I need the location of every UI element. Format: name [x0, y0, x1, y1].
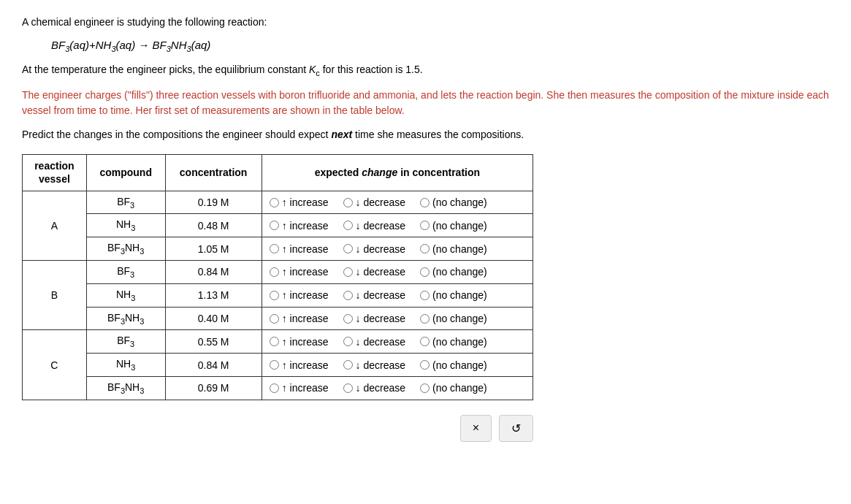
reaction-equation: BF3(aq)+NH3(aq) → BF3NH3(aq) [51, 39, 829, 53]
equation-right: BF3NH3(aq) [153, 39, 211, 51]
radio-increase-bf3nh3-b[interactable] [270, 314, 279, 324]
header-expected-change: expected change in concentration [262, 155, 533, 191]
decrease-option-bf3nh3-b[interactable]: ↓ decrease [343, 313, 405, 324]
table-row: A BF3 0.19 M ↑ increase ↓ decrease (no c… [23, 191, 533, 214]
nochange-option-bf3-b[interactable]: (no change) [420, 266, 487, 278]
increase-option-bf3nh3-a[interactable]: ↑ increase [270, 243, 329, 255]
radio-nochange-bf3nh3-c[interactable] [420, 383, 430, 393]
conc-bf3-a: 0.19 M [165, 191, 262, 214]
radio-decrease-bf3-c[interactable] [343, 337, 353, 346]
radio-increase-nh3-a[interactable] [270, 221, 279, 230]
radio-increase-nh3-c[interactable] [270, 360, 279, 370]
data-table: reactionvessel compound concentration ex… [22, 154, 533, 400]
radio-nochange-bf3-a[interactable] [420, 198, 430, 207]
equilibrium-statement: At the temperature the engineer picks, t… [22, 62, 829, 79]
decrease-option-nh3-b[interactable]: ↓ decrease [343, 289, 405, 301]
radio-decrease-bf3-b[interactable] [343, 267, 353, 277]
compound-bf3nh3-c: BF3NH3 [86, 377, 165, 400]
decrease-option-bf3-a[interactable]: ↓ decrease [343, 196, 405, 208]
radio-nochange-bf3nh3-b[interactable] [420, 314, 430, 324]
radio-decrease-bf3nh3-b[interactable] [343, 314, 353, 324]
reset-button[interactable]: ↺ [499, 415, 533, 442]
compound-bf3-c: BF3 [86, 330, 165, 354]
decrease-option-bf3nh3-a[interactable]: ↓ decrease [343, 243, 405, 255]
conc-nh3-b: 1.13 M [165, 283, 262, 307]
radio-decrease-nh3-a[interactable] [343, 221, 353, 230]
radio-increase-bf3-a[interactable] [270, 198, 279, 207]
decrease-option-bf3nh3-c[interactable]: ↓ decrease [343, 382, 405, 394]
equation-left: BF3(aq)+NH3(aq) [51, 39, 135, 51]
table-row: NH3 1.13 M ↑ increase ↓ decrease (no cha… [23, 283, 533, 307]
conc-nh3-c: 0.84 M [165, 354, 262, 377]
decrease-option-bf3-b[interactable]: ↓ decrease [343, 266, 405, 278]
header-concentration: concentration [165, 155, 262, 191]
vessel-c-label: C [23, 330, 87, 400]
options-nh3-c: ↑ increase ↓ decrease (no change) [262, 354, 533, 377]
reaction-arrow: → [138, 39, 152, 51]
radio-decrease-bf3nh3-c[interactable] [343, 383, 353, 393]
radio-increase-bf3-b[interactable] [270, 267, 279, 277]
table-row: BF3NH3 0.69 M ↑ increase ↓ decrease (no … [23, 377, 533, 400]
table-row: B BF3 0.84 M ↑ increase ↓ decrease (no c… [23, 261, 533, 284]
increase-option-nh3-b[interactable]: ↑ increase [270, 289, 329, 301]
compound-bf3nh3-b: BF3NH3 [86, 307, 165, 330]
table-row: BF3NH3 1.05 M ↑ increase ↓ decrease (no … [23, 237, 533, 261]
increase-option-bf3-b[interactable]: ↑ increase [270, 266, 329, 278]
radio-decrease-bf3-a[interactable] [343, 198, 353, 207]
compound-nh3-b: NH3 [86, 283, 165, 307]
decrease-option-nh3-a[interactable]: ↓ decrease [343, 220, 405, 232]
predict-instruction: Predict the changes in the compositions … [22, 127, 829, 142]
nochange-option-nh3-a[interactable]: (no change) [420, 220, 487, 232]
increase-option-bf3-c[interactable]: ↑ increase [270, 336, 329, 348]
conc-bf3-c: 0.55 M [165, 330, 262, 354]
vessel-a-label: A [23, 191, 87, 260]
header-reaction-vessel: reactionvessel [23, 155, 87, 191]
nochange-option-bf3nh3-a[interactable]: (no change) [420, 243, 487, 255]
increase-option-nh3-c[interactable]: ↑ increase [270, 359, 329, 371]
conc-bf3nh3-b: 0.40 M [165, 307, 262, 330]
radio-nochange-bf3nh3-a[interactable] [420, 244, 430, 253]
radio-nochange-nh3-c[interactable] [420, 360, 430, 370]
conc-nh3-a: 0.48 M [165, 214, 262, 237]
compound-bf3nh3-a: BF3NH3 [86, 237, 165, 261]
nochange-option-nh3-b[interactable]: (no change) [420, 289, 487, 301]
radio-increase-bf3nh3-c[interactable] [270, 383, 279, 393]
nochange-option-bf3nh3-c[interactable]: (no change) [420, 382, 487, 394]
table-row: BF3NH3 0.40 M ↑ increase ↓ decrease (no … [23, 307, 533, 330]
engineer-description: The engineer charges ("fills") three rea… [22, 88, 829, 118]
clear-button[interactable]: × [460, 415, 492, 442]
radio-nochange-nh3-a[interactable] [420, 221, 430, 230]
radio-increase-bf3-c[interactable] [270, 337, 279, 346]
options-bf3nh3-b: ↑ increase ↓ decrease (no change) [262, 307, 533, 330]
compound-bf3-b: BF3 [86, 261, 165, 284]
decrease-option-nh3-c[interactable]: ↓ decrease [343, 359, 405, 371]
options-nh3-b: ↑ increase ↓ decrease (no change) [262, 283, 533, 307]
conc-bf3nh3-a: 1.05 M [165, 237, 262, 261]
decrease-option-bf3-c[interactable]: ↓ decrease [343, 336, 405, 348]
increase-option-nh3-a[interactable]: ↑ increase [270, 220, 329, 232]
nochange-option-nh3-c[interactable]: (no change) [420, 359, 487, 371]
conc-bf3nh3-c: 0.69 M [165, 377, 262, 400]
radio-increase-bf3nh3-a[interactable] [270, 244, 279, 253]
increase-option-bf3-a[interactable]: ↑ increase [270, 196, 329, 208]
header-compound: compound [86, 155, 165, 191]
compound-nh3-a: NH3 [86, 214, 165, 237]
nochange-option-bf3nh3-b[interactable]: (no change) [420, 313, 487, 324]
radio-decrease-bf3nh3-a[interactable] [343, 244, 353, 253]
radio-nochange-bf3-c[interactable] [420, 337, 430, 346]
compound-bf3-a: BF3 [86, 191, 165, 214]
radio-decrease-nh3-b[interactable] [343, 291, 353, 300]
radio-increase-nh3-b[interactable] [270, 291, 279, 300]
nochange-option-bf3-a[interactable]: (no change) [420, 196, 487, 208]
options-nh3-a: ↑ increase ↓ decrease (no change) [262, 214, 533, 237]
options-bf3nh3-a: ↑ increase ↓ decrease (no change) [262, 237, 533, 261]
conc-bf3-b: 0.84 M [165, 261, 262, 284]
table-row: NH3 0.48 M ↑ increase ↓ decrease (no cha… [23, 214, 533, 237]
radio-nochange-nh3-b[interactable] [420, 291, 430, 300]
radio-decrease-nh3-c[interactable] [343, 360, 353, 370]
increase-option-bf3nh3-b[interactable]: ↑ increase [270, 313, 329, 324]
options-bf3-a: ↑ increase ↓ decrease (no change) [262, 191, 533, 214]
nochange-option-bf3-c[interactable]: (no change) [420, 336, 487, 348]
radio-nochange-bf3-b[interactable] [420, 267, 430, 277]
increase-option-bf3nh3-c[interactable]: ↑ increase [270, 382, 329, 394]
